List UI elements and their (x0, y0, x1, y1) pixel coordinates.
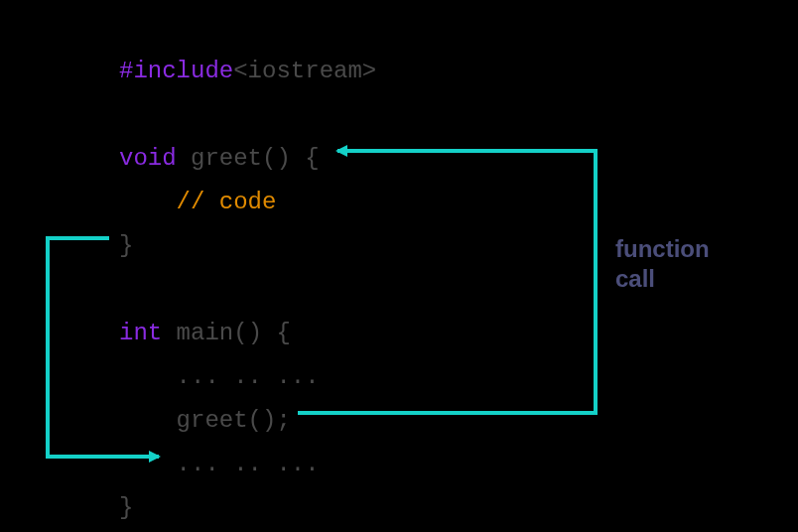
keyword-int: int (119, 320, 162, 346)
diagram-stage: #include<iostream> void greet() { // cod… (0, 0, 798, 532)
code-line-blank-1 (119, 101, 133, 128)
comment-code: // code (177, 189, 277, 215)
code-line-1: #include<iostream> (119, 58, 376, 84)
code-line-7: int main() { (119, 320, 291, 346)
annotation-function-call: function call (615, 234, 710, 294)
code-line-5-close-brace: } (119, 232, 133, 259)
greet-call: greet(); (177, 407, 291, 434)
preproc-directive: #include (119, 58, 233, 84)
main-declaration: main() { (162, 320, 291, 346)
ellipsis-2: ... .. ... (177, 451, 320, 477)
code-line-9: greet(); (119, 407, 291, 434)
code-line-8: ... .. ... (119, 363, 320, 390)
preproc-header: <iostream> (233, 58, 376, 84)
code-line-blank-2 (119, 276, 133, 303)
ellipsis-1: ... .. ... (177, 363, 320, 390)
code-line-4: // code (119, 189, 276, 215)
code-block: #include<iostream> void greet() { // cod… (119, 50, 376, 530)
keyword-void: void (119, 145, 177, 172)
code-line-3: void greet() { (119, 145, 320, 172)
code-line-11-close-brace: } (119, 494, 133, 521)
greet-declaration: greet() { (177, 145, 320, 172)
code-line-10: ... .. ... (119, 451, 320, 477)
